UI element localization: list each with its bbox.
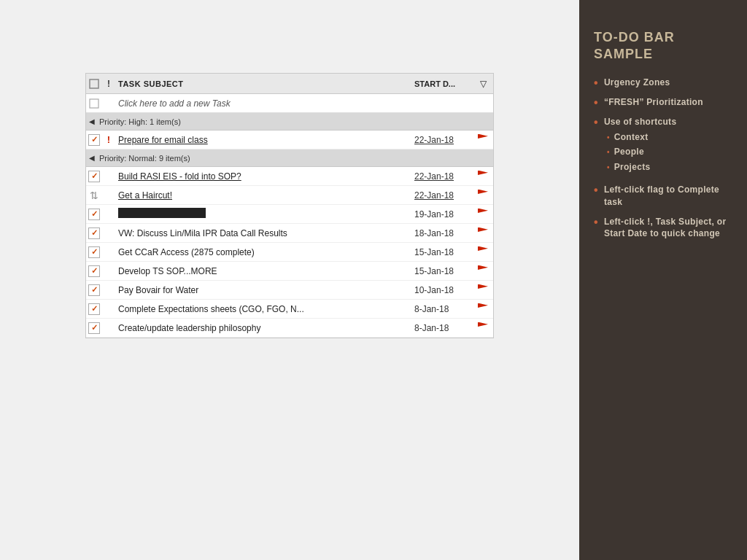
priority-normal-label: Priority: Normal: 9 item(s): [99, 154, 190, 163]
row-subject[interactable]: Get CCaR Access (2875 complete): [115, 247, 414, 257]
bullet-dot-icon: •: [594, 97, 598, 109]
row-flag[interactable]: [473, 209, 493, 220]
checkbox-checked-icon[interactable]: [88, 171, 100, 182]
table-row[interactable]: ! Prepare for email class 22-Jan-18: [86, 131, 493, 149]
row-flag[interactable]: [473, 265, 493, 277]
sidebar-item-label: “FRESH” Prioritization: [604, 96, 703, 109]
row-date[interactable]: 8-Jan-18: [414, 304, 473, 314]
sidebar-item-left-click-excl: • Left-click !, Task Subject, or Start D…: [594, 216, 732, 241]
row-flag[interactable]: [473, 190, 493, 201]
row-checkbox[interactable]: [86, 265, 102, 277]
row-date[interactable]: 8-Jan-18: [414, 323, 473, 333]
row-checkbox[interactable]: [86, 228, 102, 239]
priority-normal-header[interactable]: ◀ Priority: Normal: 9 item(s): [86, 149, 493, 167]
row-subject[interactable]: VW: Discuss Lin/Mila IPR Data Call Resul…: [115, 228, 414, 238]
row-flag[interactable]: [473, 171, 493, 182]
sidebar-item-label: Use of shortcuts: [604, 117, 676, 127]
row-excl[interactable]: !: [102, 134, 115, 145]
row-subject[interactable]: Develop TS SOP...MORE: [115, 266, 414, 276]
flag-icon: [478, 171, 488, 182]
collapse-triangle-high: ◀: [89, 117, 95, 125]
table-row[interactable]: Build RASI EIS - fold into SOP? 22-Jan-1…: [86, 167, 493, 186]
table-row[interactable]: Create/update leadership philosophy 8-Ja…: [86, 319, 493, 338]
row-date[interactable]: 10-Jan-18: [414, 285, 473, 295]
row-flag[interactable]: [473, 246, 493, 258]
priority-high-header[interactable]: ◀ Priority: High: 1 item(s): [86, 113, 493, 131]
sidebar-item-label: Urgency Zones: [604, 77, 670, 89]
add-task-label[interactable]: Click here to add a new Task: [115, 98, 414, 109]
row-checkbox[interactable]: [86, 303, 102, 315]
add-task-row[interactable]: Click here to add a new Task: [86, 94, 493, 113]
checkbox-checked-icon[interactable]: [88, 322, 100, 334]
row-date[interactable]: 15-Jan-18: [414, 266, 473, 276]
sidebar-title: TO-DO BAR SAMPLE: [594, 29, 732, 63]
right-sidebar: TO-DO BAR SAMPLE • Urgency Zones • “FRES…: [579, 0, 747, 560]
sidebar-subitem-label: People: [614, 146, 644, 158]
row-checkbox[interactable]: [86, 134, 102, 146]
table-row[interactable]: Complete Expectations sheets (CGO, FGO, …: [86, 300, 493, 319]
add-task-icon: [86, 98, 102, 109]
table-row[interactable]: ⇅ Get a Haircut! 22-Jan-18: [86, 186, 493, 205]
checkbox-checked-icon[interactable]: [88, 265, 100, 277]
row-flag[interactable]: [473, 228, 493, 239]
row-checkbox[interactable]: ⇅: [86, 190, 102, 201]
row-subject[interactable]: Prepare for email class: [115, 135, 414, 145]
collapse-triangle-normal: ◀: [89, 154, 95, 162]
sidebar-item-fresh: • “FRESH” Prioritization: [594, 96, 732, 109]
checkbox-checked-icon[interactable]: [88, 209, 100, 220]
row-flag[interactable]: [473, 322, 493, 334]
row-date[interactable]: 15-Jan-18: [414, 247, 473, 257]
table-row[interactable]: Get CCaR Access (2875 complete) 15-Jan-1…: [86, 243, 493, 262]
table-row[interactable]: Pay Bovair for Water 10-Jan-18: [86, 281, 493, 300]
row-subject[interactable]: Build RASI EIS - fold into SOP?: [115, 171, 414, 182]
svg-rect-1: [90, 99, 98, 108]
table-row[interactable]: VW: Discuss Lin/Mila IPR Data Call Resul…: [86, 224, 493, 243]
sidebar-subitem-projects: • Projects: [607, 161, 676, 174]
priority-high-label: Priority: High: 1 item(s): [99, 117, 181, 126]
sidebar-shortcuts-group: Use of shortcuts • Context • People • Pr…: [604, 116, 676, 176]
row-flag[interactable]: [473, 303, 493, 315]
row-checkbox[interactable]: [86, 284, 102, 296]
table-row[interactable]: Develop TS SOP...MORE 15-Jan-18: [86, 262, 493, 281]
header-icon-col: [86, 79, 102, 89]
flag-icon: [478, 209, 488, 220]
row-date[interactable]: 22-Jan-18: [414, 190, 473, 201]
sidebar-subitem-context: • Context: [607, 131, 676, 144]
row-date[interactable]: 19-Jan-18: [414, 209, 473, 219]
arrows-icon[interactable]: ⇅: [88, 190, 100, 201]
sub-dot-icon: •: [607, 147, 610, 158]
sidebar-item-shortcuts: • Use of shortcuts • Context • People • …: [594, 116, 732, 176]
row-checkbox[interactable]: [86, 246, 102, 258]
row-flag[interactable]: [473, 134, 493, 146]
checkbox-checked-icon[interactable]: [88, 284, 100, 296]
table-header: ! TASK SUBJECT START D... ▽: [86, 74, 493, 94]
checkbox-checked-icon[interactable]: [88, 303, 100, 315]
sub-dot-icon: •: [607, 133, 610, 143]
row-checkbox[interactable]: [86, 171, 102, 182]
exclamation-icon: !: [107, 134, 110, 145]
row-subject[interactable]: Get a Haircut!: [115, 190, 414, 201]
row-date[interactable]: 18-Jan-18: [414, 228, 473, 238]
row-date[interactable]: 22-Jan-18: [414, 171, 473, 182]
row-subject[interactable]: Pay Bovair for Water: [115, 285, 414, 295]
sidebar-item-left-click-flag: • Left-click flag to Complete task: [594, 184, 732, 209]
checkbox-checked-icon[interactable]: [88, 246, 100, 258]
row-checkbox[interactable]: [86, 322, 102, 334]
checkbox-checked-icon[interactable]: [88, 228, 100, 239]
task-table: ! TASK SUBJECT START D... ▽ Click here t…: [85, 73, 494, 338]
flag-icon: [478, 265, 488, 277]
row-subject[interactable]: Create/update leadership philosophy: [115, 323, 414, 333]
row-flag[interactable]: [473, 284, 493, 296]
flag-icon: [478, 284, 488, 296]
checkbox-checked-icon[interactable]: [88, 134, 100, 146]
row-subject[interactable]: Complete Expectations sheets (CGO, FGO, …: [115, 304, 414, 314]
row-checkbox[interactable]: [86, 209, 102, 220]
header-subject-col: TASK SUBJECT: [115, 79, 414, 88]
sidebar-item-label: Left-click !, Task Subject, or Start Dat…: [604, 216, 732, 241]
row-subject-redacted: [115, 208, 414, 220]
sub-dot-icon: •: [607, 163, 610, 173]
table-row[interactable]: 19-Jan-18: [86, 205, 493, 224]
sidebar-item-urgency-zones: • Urgency Zones: [594, 77, 732, 89]
header-date-col: START D...: [414, 79, 473, 88]
row-date[interactable]: 22-Jan-18: [414, 135, 473, 145]
